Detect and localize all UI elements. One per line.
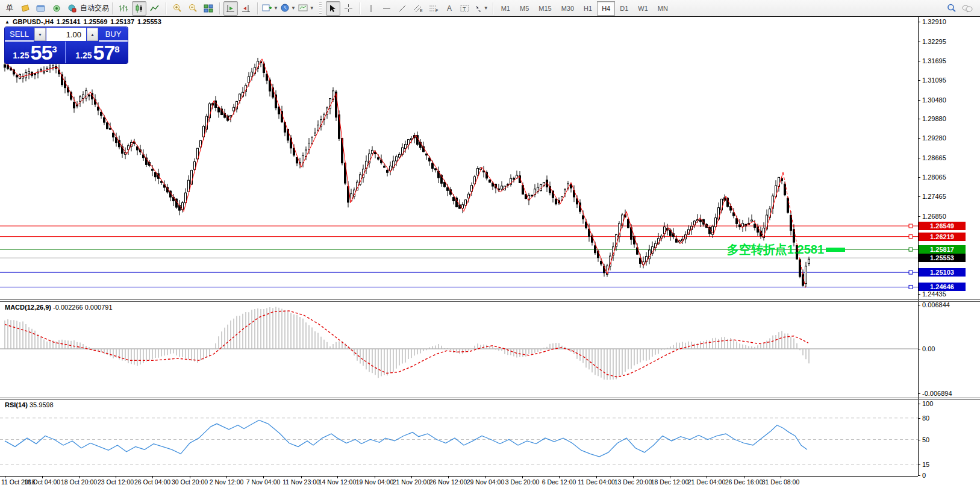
equidistant-channel-tool-icon[interactable]: E <box>411 1 425 16</box>
volume-increase-button[interactable]: ▲ <box>87 28 98 41</box>
timeframe-mn[interactable]: MN <box>653 1 673 16</box>
rsi-line <box>5 420 807 457</box>
timeframe-m5[interactable]: M5 <box>515 1 534 16</box>
vertical-line-tool-icon[interactable] <box>364 1 378 16</box>
template-dropdown[interactable]: ▼ <box>298 1 315 16</box>
level-handle[interactable] <box>909 235 913 239</box>
rsi-separator[interactable] <box>0 398 980 398</box>
price-axis-label: 1.32295 <box>922 38 946 45</box>
terminal-icon[interactable] <box>34 1 48 16</box>
date-label: 2 Nov 12:00 <box>210 478 244 486</box>
crosshair-tool-icon[interactable] <box>342 1 356 16</box>
autotrading-icon[interactable] <box>65 1 80 16</box>
ohlc-low: 1.25137 <box>110 18 134 25</box>
rsi-axis-label: 100 <box>922 400 933 407</box>
price-axis-label: 1.28665 <box>922 154 946 161</box>
fibonacci-tool-icon[interactable]: F <box>426 1 441 16</box>
level-price-label: 1.25817 <box>919 245 966 254</box>
timeframe-m15[interactable]: M15 <box>534 1 556 16</box>
rsi-axis-label: 0 <box>922 472 926 479</box>
buy-button[interactable]: BUY <box>99 27 128 42</box>
text-tool-icon[interactable]: A <box>442 1 457 16</box>
rsi-axis-label: 50 <box>922 436 929 443</box>
chat-icon[interactable] <box>960 1 975 16</box>
collapse-triangle-icon[interactable]: ▲ <box>5 19 10 25</box>
period-dropdown[interactable]: ▼ <box>280 1 296 16</box>
date-label: 21 Nov 20:00 <box>393 478 430 486</box>
price-axis-label: 1.31095 <box>922 77 946 84</box>
date-label: 13 Dec 20:00 <box>614 478 652 486</box>
pivot-annotation-bar[interactable] <box>826 248 845 252</box>
chart-shift-icon[interactable] <box>239 1 254 16</box>
signal-icon[interactable] <box>49 1 64 16</box>
notepad-icon[interactable] <box>18 1 33 16</box>
svg-text:E: E <box>420 8 423 13</box>
candlestick-mode-icon[interactable] <box>132 1 146 16</box>
one-click-trading-panel: SELL ▼ 1.00 ▲ BUY 1.25 55 3 1.25 57 8 <box>5 27 128 63</box>
level-price-label: 1.26549 <box>919 222 966 230</box>
svg-text:A: A <box>447 4 452 12</box>
timeframe-group: M1M5M15M30H1H4D1W1MN <box>495 1 675 16</box>
tile-windows-icon[interactable] <box>201 1 216 16</box>
level-price-label: 1.24646 <box>919 283 966 291</box>
sell-price[interactable]: 1.25 55 3 <box>5 42 66 63</box>
timeframe-h1[interactable]: H1 <box>579 1 597 16</box>
sell-button[interactable]: SELL <box>5 27 34 42</box>
date-label: 26 Dec 16:00 <box>725 478 763 486</box>
autotrading-label[interactable]: 自动交易 <box>80 3 109 13</box>
timeframe-h4[interactable]: H4 <box>597 1 615 16</box>
main-toolbar: 单 自动交易 ▼ ▼ ▼ <box>0 0 980 17</box>
macd-axis-label: 0.00 <box>922 345 935 352</box>
search-icon[interactable] <box>944 1 959 16</box>
level-handle[interactable] <box>909 224 913 228</box>
horizontal-line-tool-icon[interactable] <box>379 1 394 16</box>
timeframe-m30[interactable]: M30 <box>557 1 579 16</box>
date-label: 29 Nov 04:00 <box>467 478 504 486</box>
new-chart-dropdown[interactable]: ▼ <box>261 1 279 16</box>
zoom-out-icon[interactable] <box>186 1 200 16</box>
macd-separator[interactable] <box>0 299 980 300</box>
level-price-label: 1.25103 <box>919 268 966 277</box>
chart-window[interactable]: ▲ GBPUSD-,H4 1.25141 1.25569 1.25137 1.2… <box>0 17 980 491</box>
date-label: 18 Dec 12:00 <box>651 478 688 486</box>
zigzag-line[interactable] <box>5 59 783 274</box>
ohlc-close: 1.25553 <box>137 18 161 25</box>
volume-input[interactable]: 1.00 <box>46 28 86 41</box>
volume-decrease-button[interactable]: ▼ <box>34 28 46 41</box>
level-price-label: 1.25553 <box>919 254 966 262</box>
zoom-in-icon[interactable] <box>170 1 184 16</box>
price-axis-label: 1.27465 <box>922 193 946 200</box>
cursor-tool-icon[interactable] <box>326 1 340 16</box>
macd-axis-label: -0.006894 <box>922 390 952 397</box>
date-label: 31 Dec 08:00 <box>762 478 799 486</box>
level-price-label: 1.26219 <box>919 233 966 241</box>
price-axis-label: 1.29880 <box>922 115 946 122</box>
text-label-tool-icon[interactable]: T <box>458 1 472 16</box>
buy-price[interactable]: 1.25 57 8 <box>67 42 128 63</box>
level-handle[interactable] <box>909 248 913 251</box>
bar-chart-mode-icon[interactable] <box>116 1 131 16</box>
chart-plot[interactable] <box>0 17 980 491</box>
new-order-button[interactable]: 单 <box>2 1 17 16</box>
line-chart-mode-icon[interactable] <box>148 1 162 16</box>
arrows-tool-dropdown[interactable]: ▼ <box>473 1 489 16</box>
timeframe-d1[interactable]: D1 <box>615 1 633 16</box>
timeframe-w1[interactable]: W1 <box>633 1 653 16</box>
price-axis-label: 1.29280 <box>922 134 946 142</box>
timeframe-m1[interactable]: M1 <box>496 1 515 16</box>
date-label: 26 Nov 12:00 <box>429 478 467 486</box>
rsi-label: RSI(14) 35.9598 <box>5 401 54 408</box>
date-label: 26 Oct 04:00 <box>134 478 170 486</box>
ohlc-open: 1.25141 <box>57 18 81 25</box>
date-label: 30 Oct 20:00 <box>172 478 208 486</box>
auto-scroll-icon[interactable] <box>223 1 238 16</box>
mt4-application: 单 自动交易 ▼ ▼ ▼ <box>0 0 980 491</box>
level-handle[interactable] <box>909 271 913 274</box>
trendline-tool-icon[interactable] <box>395 1 410 16</box>
svg-text:F: F <box>435 8 438 13</box>
date-label: 16 Oct 04:00 <box>24 478 60 486</box>
price-axis-label: 1.31695 <box>922 57 946 64</box>
date-label: 6 Dec 12:00 <box>542 478 576 486</box>
level-handle[interactable] <box>909 285 913 289</box>
symbol-period: GBPUSD-,H4 <box>13 18 54 25</box>
